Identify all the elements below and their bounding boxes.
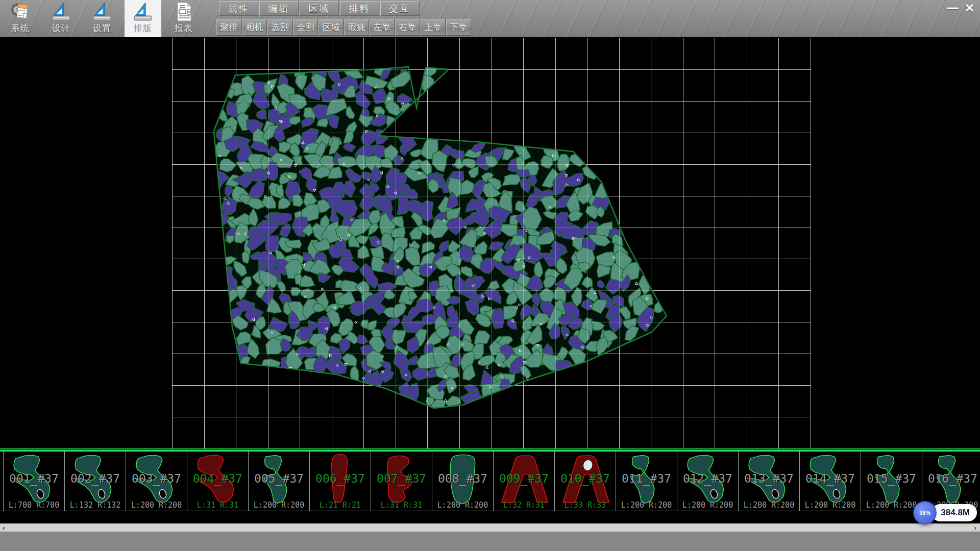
pieces-filmstrip: 001_#37L:700 R:700002_#37L:132 R:132003_… [0,451,980,511]
horizontal-scrollbar[interactable]: ‹ › [0,523,980,532]
main-tab-label: 设计 [52,22,70,34]
menu-item-属性[interactable]: 属性 [219,1,258,16]
minimize-button[interactable]: — [946,0,959,15]
piece-thumbnail-shape [801,453,860,506]
filmstrip-item-004_#37[interactable]: 004_#37L:31 R:31 [187,452,249,511]
menu-item-编辑[interactable]: 编辑 [259,1,299,16]
tool-button-选割[interactable]: 选割 [267,19,292,36]
filmstrip-item-013_#37[interactable]: 013_#37L:200 R:200 [739,452,800,511]
window-controls: — × [946,0,975,15]
tool-button-瑕疵[interactable]: 瑕疵 [344,19,369,36]
menu-item-排料[interactable]: 排料 [340,1,379,16]
set-square-icon [51,2,71,22]
menu-item-交互[interactable]: 交互 [380,1,420,16]
progress-percent-badge: 38% [913,501,937,524]
main-tab-系统[interactable]: 系统 [2,0,39,37]
piece-thumbnail-shape [311,453,370,506]
tool-button-全割[interactable]: 全割 [293,19,318,36]
piece-thumbnail-shape [433,453,492,506]
memory-value: 384.8M [932,504,977,521]
piece-thumbnail-shape [678,453,737,506]
piece-thumbnail-shape [127,453,186,506]
piece-thumbnail-shape [372,453,431,506]
filmstrip-item-003_#37[interactable]: 003_#37L:200 R:200 [126,452,187,511]
system-gear-icon [10,2,31,22]
set-square-icon [133,2,153,22]
filmstrip-item-011_#37[interactable]: 011_#37L:200 R:200 [616,452,677,511]
tools-bar: 聚排相机选割全割区域瑕疵左靠右靠上靠下靠 [216,19,471,36]
piece-thumbnail-shape [5,453,63,506]
piece-thumbnail-shape [250,453,308,506]
filmstrip-item-005_#37[interactable]: 005_#37L:200 R:200 [249,452,310,511]
toolbar: 系统设计设置排版报表 属性编辑区域排料交互 聚排相机选割全割区域瑕疵左靠右靠上靠… [0,0,980,37]
piece-thumbnail-shape [923,453,980,506]
main-tab-label: 排版 [134,22,152,34]
main-tab-设置[interactable]: 设置 [84,0,120,37]
scroll-left-icon[interactable]: ‹ [3,524,5,532]
main-tab-label: 设置 [93,22,111,34]
menu-bar: 属性编辑区域排料交互 [219,1,420,16]
set-square-icon [92,2,112,22]
nesting-canvas[interactable] [0,37,980,448]
menu-item-区域[interactable]: 区域 [300,1,339,16]
memory-usage-badge: 38% 384.8M [913,501,977,524]
scroll-right-icon[interactable]: › [974,524,976,532]
main-tab-报表[interactable]: 报表 [165,0,202,37]
piece-thumbnail-shape [740,453,798,506]
app-window: { "window": { "controls": { "minimize": … [0,0,980,551]
piece-thumbnail-shape [617,453,676,506]
tool-button-下靠[interactable]: 下靠 [446,19,471,36]
piece-thumbnail-shape [862,453,921,506]
status-bar [0,532,980,551]
tool-button-相机[interactable]: 相机 [242,19,267,36]
filmstrip-item-009_#37[interactable]: 009_#37L:32 R:31 [494,452,555,511]
tool-button-右靠[interactable]: 右靠 [395,19,420,36]
piece-thumbnail-shape [66,453,125,506]
piece-thumbnail-shape [188,453,247,506]
main-tab-设计[interactable]: 设计 [43,0,80,37]
filmstrip-item-014_#37[interactable]: 014_#37L:200 R:200 [800,452,861,511]
filmstrip-item-008_#37[interactable]: 008_#37L:200 R:200 [432,452,494,511]
tool-button-上靠[interactable]: 上靠 [421,19,446,36]
main-tab-label: 系统 [11,22,30,34]
filmstrip-item-012_#37[interactable]: 012_#37L:200 R:200 [677,452,739,511]
piece-thumbnail-shape [556,453,615,506]
report-doc-icon [174,2,194,22]
filmstrip-item-006_#37[interactable]: 006_#37L:21 R:21 [310,452,371,511]
tool-button-聚排[interactable]: 聚排 [216,19,241,36]
filmstrip-item-002_#37[interactable]: 002_#37L:132 R:132 [65,452,126,511]
main-toolbar-buttons: 系统设计设置排版报表 [0,0,206,37]
close-button[interactable]: × [964,0,975,15]
main-tab-label: 报表 [175,22,193,34]
filmstrip-item-007_#37[interactable]: 007_#37L:31 R:31 [371,452,432,511]
filmstrip-item-010_#37[interactable]: 010_#37L:33 R:33 [555,452,616,511]
main-tab-排版[interactable]: 排版 [125,0,161,37]
tool-button-左靠[interactable]: 左靠 [370,19,395,36]
tool-button-区域[interactable]: 区域 [318,19,344,36]
filmstrip-item-001_#37[interactable]: 001_#37L:700 R:700 [3,452,65,511]
piece-thumbnail-shape [495,453,553,506]
